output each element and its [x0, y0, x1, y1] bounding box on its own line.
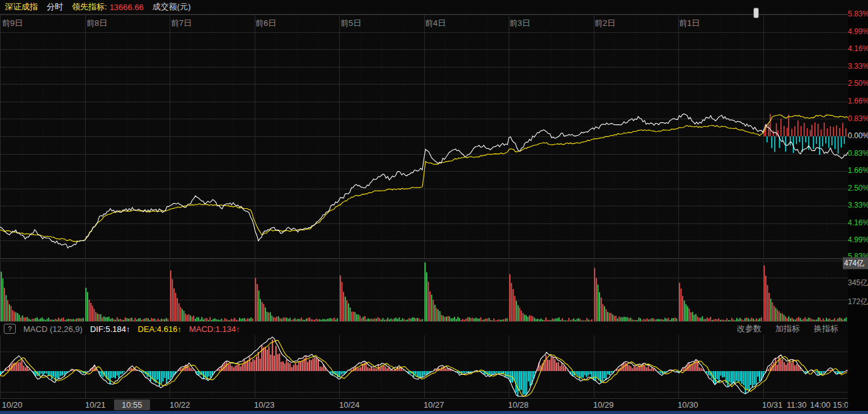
day-label: 前8日	[86, 18, 107, 29]
time-axis-label: 14:00	[810, 400, 831, 410]
time-axis-label: 10/27	[424, 400, 444, 410]
percent-axis-label: 2.50%	[848, 79, 868, 88]
macd-chart[interactable]	[0, 335, 848, 398]
price-chart[interactable]	[0, 15, 848, 259]
leading-indicator-value: 13666.66	[110, 3, 144, 12]
day-label: 前5日	[340, 18, 361, 29]
percent-axis-label: 3.33%	[848, 201, 868, 210]
add-indicator-button[interactable]: 加指标	[775, 323, 800, 334]
volume-axis-label: 345亿	[848, 278, 868, 288]
right-axis-rail: 5.83%4.99%4.16%3.33%2.50%1.66%0.83%0.00%…	[848, 14, 868, 411]
macd-params-label: MACD (12,26,9)	[23, 324, 83, 334]
price-chart-panel: 前9日前8日前7日前6日前5日前4日前3日前2日前1日	[0, 14, 848, 259]
percent-axis-label: 0.00%	[848, 131, 868, 140]
window-bottom-strip	[0, 411, 868, 414]
help-icon[interactable]: ?	[4, 324, 16, 334]
time-axis-label: 11:30	[787, 400, 807, 410]
day-label: 前7日	[171, 18, 192, 29]
day-label: 前6日	[255, 18, 276, 29]
macd-up-arrow-icon: ↑	[236, 324, 240, 334]
chart-mode-label: 分时	[47, 1, 63, 13]
percent-axis-label: 1.66%	[848, 97, 868, 105]
time-axis-label: 10/22	[170, 400, 190, 410]
switch-indicator-button[interactable]: 换指标	[814, 323, 838, 334]
chart-split-handle-icon[interactable]	[754, 8, 758, 18]
percent-axis-label: 4.99%	[848, 27, 868, 36]
top-info-bar: 深证成指 分时 领先指标: 13666.66 成交额(元)	[0, 0, 868, 14]
volume-axis-label: 172亿	[848, 297, 868, 307]
stock-app-window: 深证成指 分时 领先指标: 13666.66 成交额(元) 前9日前8日前7日前…	[0, 0, 868, 414]
change-params-button[interactable]: 改参数	[737, 323, 761, 334]
time-axis: 10/2010/2110:5510/2210/2310/2410/2710/28…	[0, 399, 868, 411]
percent-axis-label: 4.16%	[848, 218, 868, 227]
time-axis-label: 10/28	[508, 400, 529, 410]
macd-chart-panel	[0, 335, 848, 399]
time-axis-label: 10/24	[339, 400, 360, 410]
volume-chart-panel	[0, 261, 848, 322]
percent-axis-label: 1.66%	[848, 166, 868, 175]
percent-axis-label: 0.83%	[848, 149, 868, 158]
dea-up-arrow-icon: ↑	[177, 324, 182, 334]
percent-axis-label: 2.50%	[848, 184, 868, 192]
crosshair-time-badge: 10:55	[114, 399, 150, 410]
dif-up-arrow-icon: ↑	[126, 324, 130, 334]
turnover-label: 成交额(元)	[153, 1, 191, 13]
time-axis-label: 10/31	[762, 400, 783, 410]
dif-value: DIF:5.184↑	[90, 324, 130, 334]
percent-axis-label: 4.16%	[848, 44, 868, 53]
leading-indicator-label: 领先指标:	[72, 1, 107, 13]
time-axis-label: 10/20	[2, 400, 23, 410]
time-axis-label: 10/21	[85, 400, 106, 410]
time-axis-label: 10/30	[678, 400, 698, 410]
dea-value: DEA:4.616↑	[138, 324, 182, 334]
day-label: 前2日	[594, 18, 615, 29]
percent-axis-label: 4.99%	[848, 235, 868, 244]
percent-axis-label: 3.33%	[848, 62, 868, 71]
day-label: 前1日	[679, 18, 700, 29]
day-label: 前4日	[425, 18, 446, 29]
percent-axis-label: 0.83%	[848, 114, 868, 123]
day-label: 前3日	[509, 18, 530, 29]
time-axis-label: 10/23	[254, 400, 275, 410]
volume-chart[interactable]	[0, 261, 848, 321]
day-label: 前9日	[2, 18, 23, 29]
macd-value: MACD:1.134↑	[189, 324, 240, 334]
volume-axis-label: 474亿	[843, 257, 868, 269]
indicator-toolbar: ? MACD (12,26,9) DIF:5.184↑ DEA:4.616↑ M…	[0, 322, 868, 335]
time-axis-label: 10/29	[593, 400, 614, 410]
percent-axis-label: 5.83%	[848, 9, 868, 18]
index-name: 深证成指	[5, 1, 38, 13]
